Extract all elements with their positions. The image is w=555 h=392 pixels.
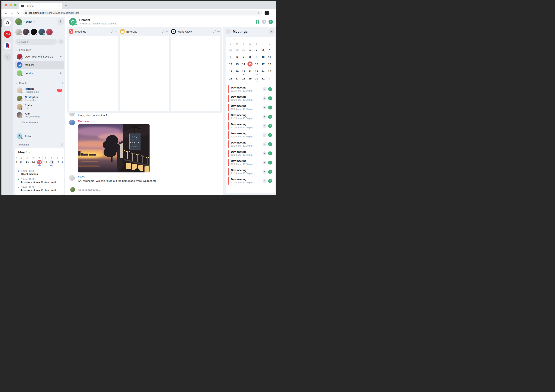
sidebar-room-modular[interactable]: MModular (15, 61, 64, 69)
minimize-window-button[interactable] (9, 4, 12, 6)
accept-meeting-button[interactable]: ✓ (268, 124, 272, 128)
quick-avatar[interactable] (15, 29, 22, 35)
sidebar-room-london[interactable]: LLondon (15, 69, 64, 77)
back-button[interactable]: ‹ (226, 29, 231, 34)
calendar-day[interactable]: 16 (253, 61, 260, 69)
calendar-day[interactable]: 12 (227, 61, 234, 69)
room-avatar[interactable]: L (17, 70, 22, 76)
tab-close-icon[interactable]: × (59, 5, 60, 7)
accept-meeting-button[interactable]: ✓ (268, 179, 272, 183)
decline-meeting-button[interactable]: ✕ (263, 179, 267, 183)
decline-meeting-button[interactable]: ✕ (263, 115, 267, 119)
expand-icon[interactable] (111, 30, 113, 33)
calendar-event[interactable]: 12:20 - 13:30Client meeting (15, 169, 64, 177)
calendar-day[interactable]: 3 (260, 47, 266, 54)
sidebar-room-abba[interactable]: BAbba (15, 132, 64, 140)
accept-meeting-button[interactable]: ✓ (268, 87, 272, 91)
person-avatar[interactable] (17, 96, 22, 101)
avatar[interactable] (69, 175, 75, 181)
avatar[interactable] (69, 119, 75, 125)
favourites-header[interactable]: ⌄ Favourites (16, 49, 63, 52)
strip-day[interactable]: S1 (61, 156, 64, 167)
decline-meeting-button[interactable]: ✕ (263, 133, 267, 137)
calendar-day[interactable]: 30 (253, 76, 260, 83)
calendar-day[interactable]: 21 (240, 69, 247, 76)
room-avatar[interactable] (17, 54, 22, 59)
calendar-event[interactable]: 14:45 - 16:00Investors dinner @ Lion Hot… (15, 185, 64, 193)
accept-meeting-button[interactable]: ✓ (268, 105, 272, 110)
bookmark-star-icon[interactable]: ☆ (257, 11, 260, 15)
calendar-day[interactable]: 7 (240, 54, 247, 61)
strip-day[interactable]: S18 (55, 156, 61, 167)
sidebar-person-alan[interactable]: AlanAre you going? (15, 111, 64, 119)
calendar-day[interactable]: 13 (234, 61, 240, 69)
user-menu[interactable]: Irene ▾ (15, 18, 64, 25)
calendar-day[interactable]: 10 (260, 54, 266, 61)
calendar-day[interactable]: 6 (234, 54, 240, 61)
calendar-day[interactable]: 30 (240, 47, 247, 54)
forward-icon[interactable]: → (10, 11, 15, 15)
decline-meeting-button[interactable]: ✕ (263, 105, 267, 110)
calendar-day[interactable]: 4 (266, 47, 273, 54)
panel-menu-icon[interactable]: ⋯ (263, 30, 266, 33)
calendar-event[interactable]: 14:45 - 16:00Investors dinner @ Lion Hot… (15, 177, 64, 185)
calendar-day[interactable]: 29 (234, 47, 240, 54)
room-avatar[interactable]: B (17, 133, 22, 139)
calendar-day[interactable]: 9 (253, 54, 260, 61)
accept-meeting-button[interactable]: ✓ (268, 151, 272, 155)
calendar-day[interactable]: 2 (253, 47, 260, 54)
sidebar-person-hernan[interactable]: HernanI just ate a pie.12 (15, 86, 64, 94)
calendar-day[interactable]: 31 (260, 76, 266, 83)
zoom-window-button[interactable] (14, 4, 16, 6)
room-avatar[interactable]: ✓ (69, 18, 77, 26)
quick-avatar[interactable] (23, 29, 29, 35)
strip-day[interactable]: T16 (43, 156, 49, 167)
message-composer[interactable]: Send a message... (65, 186, 223, 195)
back-icon[interactable]: ← (4, 11, 9, 15)
accept-meeting-button[interactable]: ✓ (268, 170, 272, 174)
calendar-day[interactable]: 1 (247, 47, 253, 54)
decline-meeting-button[interactable]: ✕ (263, 124, 267, 128)
calendar-day[interactable]: 17 (260, 61, 266, 69)
space-lego[interactable]: LEGO (4, 30, 11, 38)
decline-meeting-button[interactable]: ✕ (263, 87, 267, 91)
strip-day[interactable]: F17 (49, 156, 55, 167)
strip-day[interactable]: S12 (18, 156, 24, 167)
accept-meeting-button[interactable]: ✓ (268, 161, 272, 164)
strip-day[interactable]: T14 (30, 156, 37, 167)
accept-meeting-button[interactable]: ✓ (268, 96, 272, 100)
person-avatar[interactable] (17, 104, 22, 110)
calendar-day[interactable]: 22 (247, 69, 253, 76)
sidebar-room-open-tech-will-save-us[interactable]: Open Tech Will Save Us (15, 52, 64, 61)
widget-menu-icon[interactable]: ⋯ (217, 30, 220, 33)
decline-meeting-button[interactable]: ✕ (263, 142, 267, 146)
calendar-day[interactable]: 20 (234, 69, 240, 76)
calendar-day[interactable]: 25 (266, 69, 273, 76)
calendar-day[interactable]: 27 (234, 76, 240, 83)
close-panel-button[interactable]: ✕ (269, 29, 274, 34)
new-tab-button[interactable]: + (65, 3, 67, 8)
room-avatar[interactable]: M (17, 62, 22, 68)
avatar[interactable] (69, 113, 75, 116)
calendar-day[interactable]: 24 (260, 69, 266, 76)
expand-icon[interactable] (213, 30, 216, 33)
message-image[interactable]: THE CITY BARGE RIVERSIDE PUBLIC HOUSE (78, 124, 150, 172)
add-people-icon[interactable]: + (61, 81, 63, 85)
meetings-section-header[interactable]: ⌄ Meetings (16, 143, 63, 146)
quick-avatar[interactable] (38, 29, 45, 35)
decline-meeting-button[interactable]: ✕ (263, 96, 267, 100)
calendar-day[interactable]: 28 (227, 47, 234, 54)
message-sender[interactable]: Steve (78, 175, 223, 178)
decline-meeting-button[interactable]: ✕ (263, 170, 267, 174)
calendar-day[interactable]: 8 (247, 54, 253, 61)
quick-avatar[interactable] (31, 29, 37, 35)
browser-menu-icon[interactable]: ⋮ (270, 11, 274, 15)
expand-icon[interactable] (162, 30, 164, 33)
add-space-button[interactable]: + (4, 54, 11, 61)
calendar-day[interactable]: 19 (227, 69, 234, 76)
strip-day-today[interactable]: W15 (37, 156, 43, 167)
widget-content[interactable] (171, 36, 220, 111)
accept-meeting-button[interactable]: ✓ (268, 115, 272, 119)
calendar-day[interactable]: 11 (266, 54, 273, 61)
calendar-day[interactable]: 28 (240, 76, 247, 83)
